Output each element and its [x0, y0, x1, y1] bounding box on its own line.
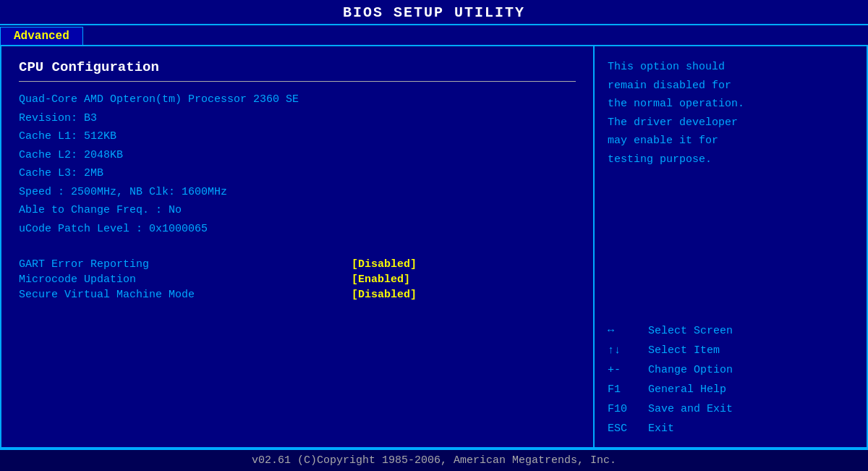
key-row-1: ↑↓ Select Item: [608, 341, 854, 360]
key-help: ↔ Select Screen ↑↓ Select Item +- Change…: [608, 321, 854, 438]
option-row-microcode[interactable]: Microcode Updation [Enabled]: [19, 272, 576, 287]
title-bar: BIOS SETUP UTILITY: [0, 0, 868, 24]
key-desc-3: General Help: [648, 380, 726, 399]
key-desc-2: Change Option: [648, 360, 733, 380]
right-panel: This option should remain disabled for t…: [595, 46, 867, 447]
key-symbol-2: +-: [608, 360, 637, 380]
bios-title: BIOS SETUP UTILITY: [343, 4, 525, 21]
key-symbol-4: F10: [608, 399, 637, 419]
options-section: GART Error Reporting [Disabled] Microcod…: [19, 257, 576, 302]
cpu-info: Quad-Core AMD Opteron(tm) Processor 2360…: [19, 90, 576, 238]
key-desc-0: Select Screen: [648, 321, 733, 341]
key-symbol-5: ESC: [608, 419, 637, 438]
key-row-2: +- Change Option: [608, 360, 854, 380]
help-text: This option should remain disabled for t…: [608, 58, 854, 169]
key-row-4: F10 Save and Exit: [608, 399, 854, 419]
option-value-gart: [Disabled]: [352, 258, 417, 271]
key-row-0: ↔ Select Screen: [608, 321, 854, 341]
section-title: CPU Configuration: [19, 59, 576, 75]
key-row-3: F1 General Help: [608, 380, 854, 399]
option-value-svm: [Disabled]: [352, 289, 417, 301]
divider: [19, 81, 576, 82]
cpu-info-line-6: Able to Change Freq. : No: [19, 201, 576, 220]
option-row-svm[interactable]: Secure Virtual Machine Mode [Disabled]: [19, 287, 576, 302]
cpu-info-line-1: Revision: B3: [19, 109, 576, 128]
option-label-microcode: Microcode Updation: [19, 273, 352, 286]
option-label-svm: Secure Virtual Machine Mode: [19, 289, 352, 301]
key-desc-5: Exit: [648, 419, 674, 438]
key-desc-4: Save and Exit: [648, 399, 733, 419]
cpu-info-line-5: Speed : 2500MHz, NB Clk: 1600MHz: [19, 183, 576, 202]
tab-advanced[interactable]: Advanced: [0, 27, 83, 45]
key-symbol-1: ↑↓: [608, 341, 637, 360]
cpu-info-line-0: Quad-Core AMD Opteron(tm) Processor 2360…: [19, 90, 576, 109]
menu-bar: Advanced: [0, 24, 868, 45]
option-value-microcode: [Enabled]: [352, 273, 410, 286]
cpu-info-line-7: uCode Patch Level : 0x1000065: [19, 220, 576, 239]
cpu-info-line-4: Cache L3: 2MB: [19, 164, 576, 183]
cpu-info-line-3: Cache L2: 2048KB: [19, 146, 576, 165]
key-desc-1: Select Item: [648, 341, 720, 360]
cpu-info-line-2: Cache L1: 512KB: [19, 127, 576, 146]
footer: v02.61 (C)Copyright 1985-2006, American …: [0, 449, 868, 471]
option-row-gart[interactable]: GART Error Reporting [Disabled]: [19, 257, 576, 272]
main-content: CPU Configuration Quad-Core AMD Opteron(…: [0, 45, 868, 449]
left-panel: CPU Configuration Quad-Core AMD Opteron(…: [1, 46, 595, 447]
option-label-gart: GART Error Reporting: [19, 258, 352, 271]
key-symbol-3: F1: [608, 380, 637, 399]
bios-container: BIOS SETUP UTILITY Advanced CPU Configur…: [0, 0, 868, 471]
key-row-5: ESC Exit: [608, 419, 854, 438]
key-symbol-0: ↔: [608, 321, 637, 341]
footer-text: v02.61 (C)Copyright 1985-2006, American …: [252, 454, 616, 467]
